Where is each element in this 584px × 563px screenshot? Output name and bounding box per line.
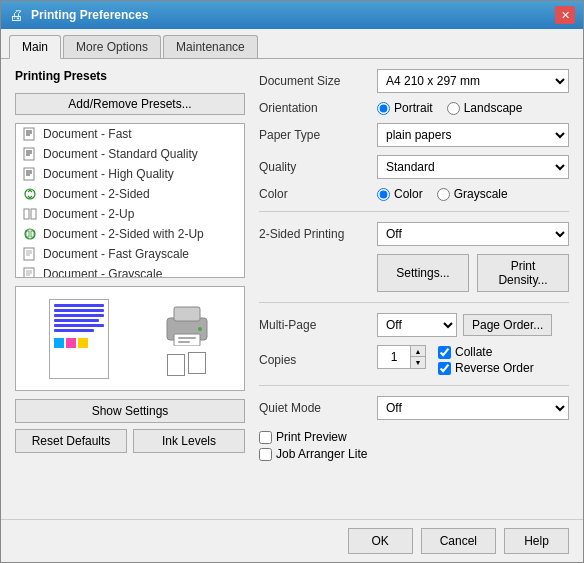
- orientation-label: Orientation: [259, 101, 369, 115]
- list-item[interactable]: Document - 2-Sided: [16, 184, 244, 204]
- settings-density-row: Settings... Print Density...: [377, 254, 569, 292]
- print-preview-checkbox-label[interactable]: Print Preview: [259, 430, 569, 444]
- copies-input[interactable]: [378, 350, 410, 364]
- reset-defaults-button[interactable]: Reset Defaults: [15, 429, 127, 453]
- orientation-landscape-radio[interactable]: [447, 102, 460, 115]
- svg-rect-13: [24, 209, 29, 219]
- svg-rect-27: [174, 307, 200, 321]
- orientation-portrait-label[interactable]: Portrait: [377, 101, 433, 115]
- multi-page-label: Multi-Page: [259, 318, 369, 332]
- quiet-mode-select[interactable]: Off: [377, 396, 569, 420]
- preset-label: Document - 2-Sided with 2-Up: [43, 227, 204, 241]
- page-order-button[interactable]: Page Order...: [463, 314, 552, 336]
- preset-icon-2sided-2up: [22, 226, 38, 242]
- preset-icon-fast: [22, 126, 38, 142]
- list-item[interactable]: Document - Grayscale: [16, 264, 244, 278]
- ok-button[interactable]: OK: [348, 528, 413, 554]
- collate-checkbox[interactable]: [438, 346, 451, 359]
- list-item[interactable]: Document - Fast: [16, 124, 244, 144]
- print-preview-checkbox[interactable]: [259, 431, 272, 444]
- paper-type-control: plain papers: [377, 123, 569, 147]
- color-radio-label[interactable]: Color: [377, 187, 423, 201]
- divider-3: [259, 385, 569, 386]
- copies-spinners: ▲ ▼: [410, 346, 425, 368]
- document-size-select[interactable]: A4 210 x 297 mm: [377, 69, 569, 93]
- preset-label: Document - 2-Up: [43, 207, 134, 221]
- two-sided-control: Off: [377, 222, 569, 246]
- grayscale-radio-label[interactable]: Grayscale: [437, 187, 508, 201]
- tab-main[interactable]: Main: [9, 35, 61, 59]
- list-item[interactable]: Document - 2-Up: [16, 204, 244, 224]
- two-sided-row: 2-Sided Printing Off: [259, 222, 569, 246]
- svg-rect-16: [26, 231, 29, 237]
- svg-rect-14: [31, 209, 36, 219]
- reverse-order-text: Reverse Order: [455, 361, 534, 375]
- orientation-row: Orientation Portrait Landscape: [259, 101, 569, 115]
- left-panel: Printing Presets Add/Remove Presets... D…: [15, 69, 245, 509]
- quiet-mode-row: Quiet Mode Off: [259, 396, 569, 420]
- quality-control: Standard: [377, 155, 569, 179]
- color-row: Color Color Grayscale: [259, 187, 569, 201]
- tab-more-options[interactable]: More Options: [63, 35, 161, 58]
- close-button[interactable]: ✕: [555, 6, 575, 24]
- ink-levels-button[interactable]: Ink Levels: [133, 429, 245, 453]
- portrait-text: Portrait: [394, 101, 433, 115]
- job-arranger-checkbox-label[interactable]: Job Arranger Lite: [259, 447, 569, 461]
- svg-rect-18: [24, 248, 34, 260]
- job-arranger-text: Job Arranger Lite: [276, 447, 367, 461]
- quality-select[interactable]: Standard: [377, 155, 569, 179]
- quality-label: Quality: [259, 160, 369, 174]
- preset-icon-2up: [22, 206, 38, 222]
- preset-label: Document - Fast: [43, 127, 132, 141]
- preset-icon-standard: [22, 146, 38, 162]
- preset-label: Document - Fast Grayscale: [43, 247, 189, 261]
- reverse-order-label[interactable]: Reverse Order: [438, 361, 534, 375]
- svg-rect-28: [174, 334, 200, 346]
- list-item[interactable]: Document - Standard Quality: [16, 144, 244, 164]
- presets-list: Document - Fast Document - Standard Qual…: [15, 123, 245, 278]
- paper-type-select[interactable]: plain papers: [377, 123, 569, 147]
- preset-icon-gray: [22, 266, 38, 278]
- print-density-button[interactable]: Print Density...: [477, 254, 569, 292]
- content-inner: Printing Presets Add/Remove Presets... D…: [15, 69, 569, 509]
- list-item[interactable]: Document - Fast Grayscale: [16, 244, 244, 264]
- window-title: Printing Preferences: [31, 8, 148, 22]
- multi-page-select[interactable]: Off: [377, 313, 457, 337]
- print-preview-text: Print Preview: [276, 430, 347, 444]
- color-text: Color: [394, 187, 423, 201]
- tab-maintenance[interactable]: Maintenance: [163, 35, 258, 58]
- reverse-order-checkbox[interactable]: [438, 362, 451, 375]
- paper-type-label: Paper Type: [259, 128, 369, 142]
- tab-bar: Main More Options Maintenance: [1, 29, 583, 59]
- job-arranger-checkbox[interactable]: [259, 448, 272, 461]
- copies-down-button[interactable]: ▼: [411, 357, 425, 368]
- orientation-portrait-radio[interactable]: [377, 102, 390, 115]
- presets-title: Printing Presets: [15, 69, 245, 83]
- main-window: 🖨 Printing Preferences ✕ Main More Optio…: [0, 0, 584, 563]
- list-item[interactable]: Document - 2-Sided with 2-Up: [16, 224, 244, 244]
- list-item[interactable]: Document - High Quality: [16, 164, 244, 184]
- settings-button[interactable]: Settings...: [377, 254, 469, 292]
- quiet-mode-control: Off: [377, 396, 569, 420]
- show-settings-button[interactable]: Show Settings: [15, 399, 245, 423]
- copies-up-button[interactable]: ▲: [411, 346, 425, 357]
- svg-point-29: [198, 327, 202, 331]
- grayscale-radio[interactable]: [437, 188, 450, 201]
- page-preview-1: [167, 354, 185, 376]
- orientation-landscape-label[interactable]: Landscape: [447, 101, 523, 115]
- color-control: Color Grayscale: [377, 187, 569, 201]
- output-pages: [167, 352, 206, 374]
- landscape-text: Landscape: [464, 101, 523, 115]
- color-radio[interactable]: [377, 188, 390, 201]
- quality-row: Quality Standard: [259, 155, 569, 179]
- quiet-mode-label: Quiet Mode: [259, 401, 369, 415]
- bottom-buttons: OK Cancel Help: [1, 519, 583, 562]
- right-panel: Document Size A4 210 x 297 mm Orientatio…: [259, 69, 569, 509]
- two-sided-select[interactable]: Off: [377, 222, 569, 246]
- cancel-button[interactable]: Cancel: [421, 528, 496, 554]
- add-remove-presets-button[interactable]: Add/Remove Presets...: [15, 93, 245, 115]
- svg-rect-31: [178, 341, 190, 343]
- collate-label[interactable]: Collate: [438, 345, 534, 359]
- help-button[interactable]: Help: [504, 528, 569, 554]
- preview-document: [49, 299, 109, 379]
